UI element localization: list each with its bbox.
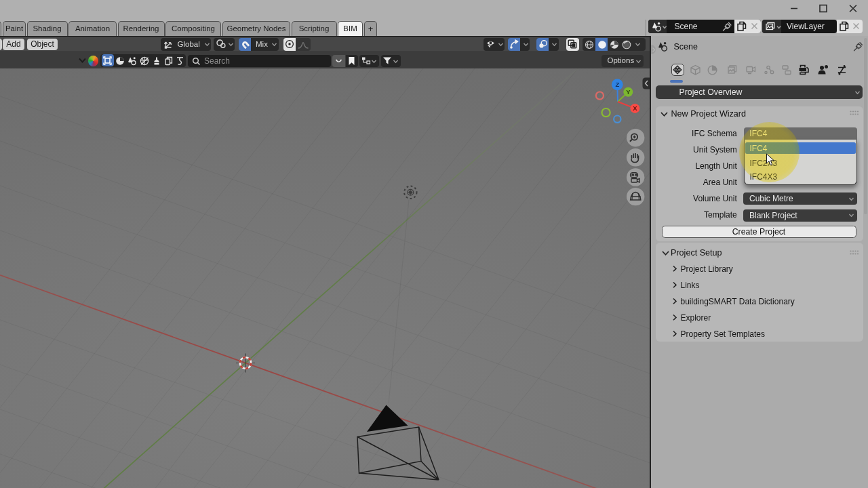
svg-text:X: X [633,104,637,112]
svg-text:Y: Y [626,88,631,96]
svg-text:Z: Z [615,81,619,88]
